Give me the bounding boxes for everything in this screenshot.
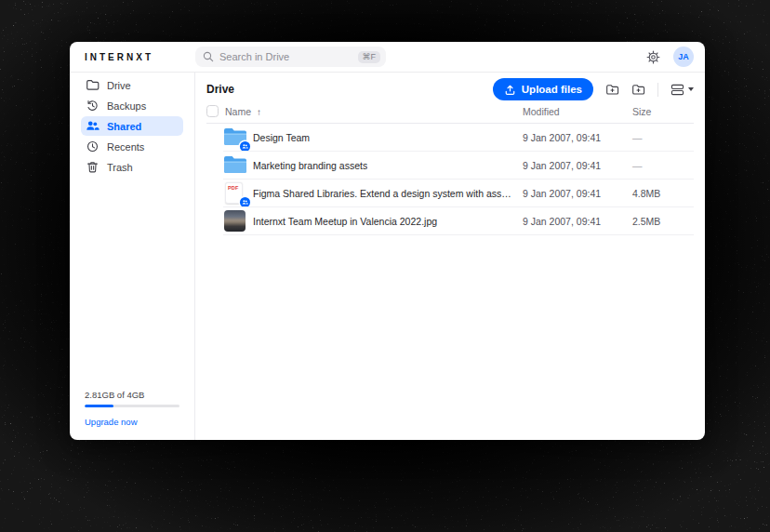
item-modified: 9 Jan 2007, 09:41 <box>523 160 601 171</box>
folder-icon <box>223 154 247 177</box>
sidebar-item-label: Backups <box>107 100 146 112</box>
storage-progress-bar <box>85 405 179 407</box>
column-name-label: Name <box>225 106 251 117</box>
row-divider <box>223 234 694 235</box>
folder-icon <box>86 78 100 92</box>
storage-progress-fill <box>85 405 113 407</box>
sidebar-item-backups[interactable]: Backups <box>81 96 183 115</box>
column-header-modified[interactable]: Modified <box>523 106 560 117</box>
photo-thumbnail-icon <box>224 210 246 232</box>
sidebar-item-label: Recents <box>107 141 144 153</box>
item-name[interactable]: Figma Shared Libraries. Extend a design … <box>253 188 515 199</box>
list-rows-icon <box>670 84 684 96</box>
column-header-size[interactable]: Size <box>632 106 651 117</box>
pdf-file-shared-icon: PDF <box>223 182 247 205</box>
create-folder-button[interactable] <box>605 83 619 97</box>
view-mode-button[interactable] <box>670 84 694 96</box>
app-window: INTERNXT ⌘F <box>70 42 705 440</box>
backup-clock-icon <box>86 99 100 113</box>
sidebar-item-label: Shared <box>107 121 141 132</box>
sidebar-item-drive[interactable]: Drive <box>81 75 183 95</box>
table-row[interactable]: Internxt Team Meetup in Valencia 2022.jp… <box>195 207 705 235</box>
item-size: 4.8MB <box>632 188 660 199</box>
settings-button[interactable] <box>646 50 660 64</box>
item-modified: 9 Jan 2007, 09:41 <box>523 132 601 143</box>
gear-icon <box>646 50 660 64</box>
image-thumbnail <box>223 210 247 233</box>
main-topbar: Drive Upload files <box>195 73 705 100</box>
sidebar-item-shared[interactable]: Shared <box>81 116 183 136</box>
main-panel: Drive Upload files <box>195 73 705 440</box>
upload-folder-button[interactable] <box>631 83 645 97</box>
storage-usage-text: 2.81GB of 4GB <box>85 390 179 400</box>
sidebar: Drive Backups Shared Recents <box>70 73 195 440</box>
item-name[interactable]: Internxt Team Meetup in Valencia 2022.jp… <box>253 216 437 227</box>
sidebar-item-label: Trash <box>107 162 133 173</box>
folder-plus-icon <box>605 83 619 97</box>
trash-icon <box>86 160 100 174</box>
clock-icon <box>86 140 100 153</box>
breadcrumb[interactable]: Drive <box>206 83 234 96</box>
folder-plus-icon <box>631 83 645 97</box>
table-row[interactable]: PDF Figma Shared Libraries. Extend a des… <box>195 180 705 207</box>
sort-asc-icon: ↑ <box>257 107 261 117</box>
table-row[interactable]: Marketing branding assets 9 Jan 2007, 09… <box>195 152 705 180</box>
search-input[interactable] <box>214 51 358 62</box>
search-icon <box>203 51 214 62</box>
people-icon <box>86 119 100 133</box>
folder-shared-icon <box>223 126 247 149</box>
item-name[interactable]: Marketing branding assets <box>253 160 367 171</box>
chevron-down-icon <box>688 87 694 91</box>
user-avatar[interactable]: JA <box>673 47 694 67</box>
item-modified: 9 Jan 2007, 09:41 <box>523 188 601 199</box>
item-name[interactable]: Design Team <box>253 132 310 143</box>
storage-meter: 2.81GB of 4GB Upgrade now <box>85 390 179 429</box>
table-row[interactable]: Design Team 9 Jan 2007, 09:41 — <box>195 124 705 152</box>
top-header: INTERNXT ⌘F <box>70 42 705 73</box>
item-size: — <box>632 132 643 143</box>
item-size: — <box>632 160 643 171</box>
search-shortcut-badge: ⌘F <box>358 51 381 63</box>
item-size: 2.5MB <box>632 216 660 227</box>
sidebar-item-label: Drive <box>107 80 131 91</box>
tray-arrow-up-icon <box>504 84 516 96</box>
search-bar[interactable]: ⌘F <box>195 47 386 67</box>
upload-files-label: Upload files <box>522 84 582 95</box>
select-all-checkbox[interactable] <box>206 105 219 117</box>
internxt-logo: INTERNXT <box>70 52 195 62</box>
toolbar-divider <box>657 83 658 97</box>
sidebar-item-recents[interactable]: Recents <box>81 137 183 156</box>
table-header: Name↑ Modified Size <box>195 100 705 124</box>
item-modified: 9 Jan 2007, 09:41 <box>523 216 601 227</box>
upgrade-link[interactable]: Upgrade now <box>85 417 138 427</box>
upload-files-button[interactable]: Upload files <box>493 78 593 100</box>
column-header-name[interactable]: Name↑ <box>225 106 261 117</box>
sidebar-item-trash[interactable]: Trash <box>81 157 183 177</box>
